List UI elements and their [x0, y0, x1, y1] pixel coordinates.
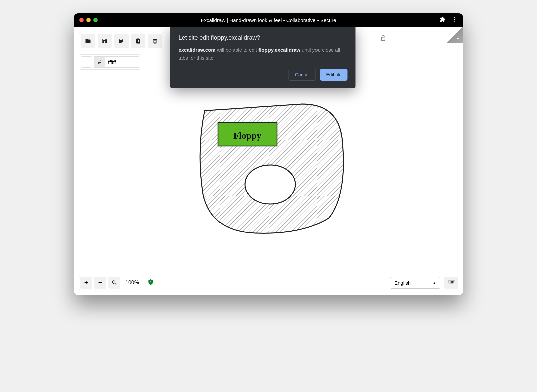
- svg-rect-15: [452, 282, 453, 283]
- corner-fold[interactable]: [447, 27, 463, 43]
- export-button[interactable]: [131, 34, 145, 48]
- delete-button[interactable]: [148, 34, 162, 48]
- svg-rect-10: [452, 281, 453, 282]
- bottom-bar: + − 100% English: [79, 275, 458, 290]
- svg-rect-9: [451, 281, 452, 282]
- minimize-window-button[interactable]: [86, 18, 91, 22]
- svg-rect-14: [451, 282, 452, 283]
- save-button[interactable]: [98, 34, 112, 48]
- dialog-actions: Cancel Edit file: [178, 69, 347, 81]
- zoom-level: 100%: [123, 280, 142, 286]
- zoom-in-button[interactable]: +: [80, 277, 92, 289]
- svg-rect-17: [450, 284, 453, 284]
- titlebar: Excalidraw | Hand-drawn look & feel • Co…: [74, 13, 463, 27]
- language-select[interactable]: English: [390, 277, 440, 289]
- menu-icon[interactable]: [452, 16, 458, 24]
- svg-rect-11: [453, 281, 454, 282]
- page-title: Excalidraw | Hand-drawn look & feel • Co…: [201, 17, 336, 23]
- svg-point-4: [245, 165, 295, 204]
- maximize-window-button[interactable]: [93, 18, 98, 22]
- language-value: English: [394, 280, 411, 286]
- svg-point-1: [454, 19, 455, 20]
- svg-point-0: [454, 17, 455, 18]
- app-surface: # Let site edit floppy.excalidraw? excal…: [74, 27, 463, 295]
- zoom-reset-button[interactable]: [108, 277, 120, 289]
- dialog-file: floppy.excalidraw: [258, 47, 300, 53]
- hash-label: #: [94, 56, 105, 68]
- cancel-button[interactable]: Cancel: [289, 69, 316, 81]
- svg-point-2: [454, 21, 455, 22]
- permission-dialog: Let site edit floppy.excalidraw? excalid…: [170, 27, 355, 88]
- toolbar: [79, 32, 164, 50]
- save-as-button[interactable]: [114, 34, 129, 48]
- svg-rect-7: [449, 281, 449, 282]
- open-button[interactable]: [81, 34, 95, 48]
- floppy-label-text: Floppy: [233, 130, 261, 141]
- color-picker: #: [79, 54, 141, 70]
- browser-window: Excalidraw | Hand-drawn look & feel • Co…: [74, 13, 463, 295]
- svg-rect-12: [449, 282, 449, 283]
- lock-icon[interactable]: [379, 35, 386, 43]
- extensions-icon[interactable]: [440, 16, 446, 24]
- dialog-verb: will be able to edit: [216, 47, 259, 53]
- dialog-body: excalidraw.com will be able to edit flop…: [178, 46, 347, 62]
- keyboard-button[interactable]: [444, 277, 458, 289]
- zoom-out-button[interactable]: −: [94, 277, 106, 289]
- zoom-group: + − 100%: [79, 275, 143, 290]
- color-swatch[interactable]: [81, 56, 92, 68]
- close-window-button[interactable]: [79, 18, 84, 22]
- svg-rect-13: [450, 282, 450, 283]
- traffic-lights: [79, 18, 98, 22]
- canvas-drawing[interactable]: Floppy: [195, 101, 349, 235]
- titlebar-right: [440, 16, 458, 24]
- hex-input[interactable]: [105, 56, 139, 68]
- shield-icon[interactable]: [147, 279, 154, 287]
- dialog-title: Let site edit floppy.excalidraw?: [178, 34, 347, 41]
- dialog-domain: excalidraw.com: [178, 47, 215, 53]
- svg-rect-8: [450, 281, 450, 282]
- svg-rect-16: [453, 282, 454, 283]
- edit-file-button[interactable]: Edit file: [320, 69, 348, 81]
